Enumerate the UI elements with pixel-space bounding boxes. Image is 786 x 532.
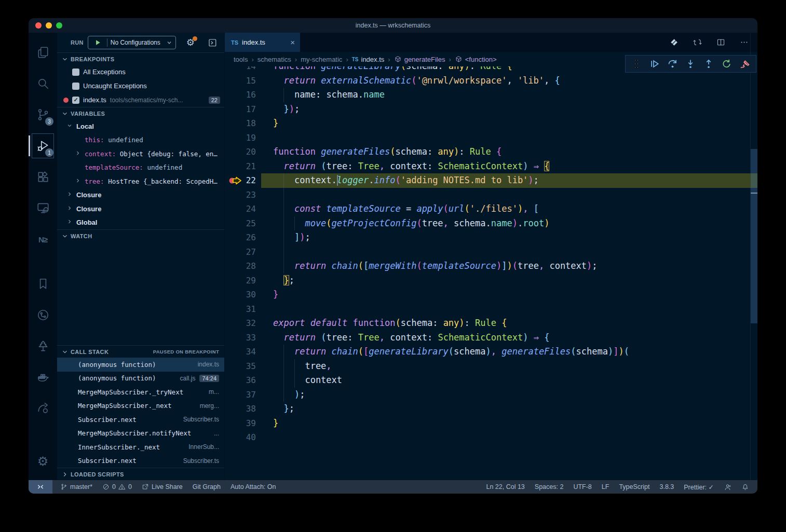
code-line-18[interactable]: 18}: [225, 116, 757, 131]
activity-item-extensions[interactable]: [29, 161, 57, 193]
activity-item-run-and-debug[interactable]: 1: [29, 130, 57, 161]
chevron-right-icon[interactable]: [74, 178, 82, 185]
code-line-34[interactable]: 34return chain([generateLibrary(schema),…: [225, 345, 757, 359]
chevron-right-icon[interactable]: [74, 150, 82, 158]
breakpoint-row[interactable]: ✓index.tstools/schematics/my-sch...22: [57, 93, 224, 107]
variable-row[interactable]: Global: [57, 216, 224, 230]
variable-row[interactable]: tree: HostTree {_backend: ScopedH…: [57, 174, 224, 188]
gutter[interactable]: 22: [225, 173, 261, 188]
status-item-problems[interactable]: 00: [102, 483, 132, 490]
code-line-37[interactable]: 37);: [225, 388, 757, 402]
split-editor-button[interactable]: [714, 36, 727, 49]
gutter[interactable]: 34: [225, 345, 261, 359]
zoom-window-button[interactable]: [56, 22, 62, 29]
chevron-right-icon[interactable]: [65, 219, 74, 226]
code-line-28[interactable]: 28return chain([mergeWith(templateSource…: [225, 259, 757, 274]
code-line-31[interactable]: 31: [225, 302, 757, 317]
gutter[interactable]: 14: [225, 66, 261, 74]
open-changes-button[interactable]: [668, 36, 680, 49]
variable-row[interactable]: this: undefined: [57, 133, 224, 147]
activity-item-remote-explorer[interactable]: [29, 193, 57, 224]
variables-section-header[interactable]: VARIABLES: [57, 107, 224, 119]
breadcrumb-item--function-[interactable]: <function>: [455, 56, 497, 63]
activity-item-nx-console[interactable]: N≥: [29, 224, 57, 255]
disconnect-button[interactable]: [738, 57, 752, 71]
breakpoint-checkbox[interactable]: ✓: [72, 97, 79, 104]
call-stack-frame[interactable]: MergeMapSubscriber.notifyNext...: [57, 427, 224, 441]
gutter[interactable]: 39: [225, 416, 261, 431]
code-line-23[interactable]: 23: [225, 188, 757, 202]
call-stack-frame[interactable]: MergeMapSubscriber._tryNextm...: [57, 385, 224, 399]
gutter[interactable]: 40: [225, 430, 261, 445]
call-stack-frame[interactable]: Subscriber.nextSubscriber.ts: [57, 454, 224, 468]
gutter[interactable]: 28: [225, 259, 261, 274]
open-debug-console-button[interactable]: [206, 36, 219, 49]
continue-button[interactable]: [647, 57, 662, 71]
chevron-right-icon[interactable]: [65, 191, 74, 199]
gutter[interactable]: 17: [225, 102, 261, 117]
code-line-20[interactable]: 20function generateFiles(schema: any): R…: [225, 145, 757, 159]
breadcrumb-item-index-ts[interactable]: TSindex.ts: [352, 56, 385, 63]
code-line-27[interactable]: 27: [225, 245, 757, 260]
code-line-16[interactable]: 16name: schema.name: [225, 88, 757, 102]
gutter[interactable]: 30: [225, 288, 261, 302]
gutter[interactable]: 31: [225, 302, 261, 317]
variable-row[interactable]: Closure: [57, 188, 224, 202]
launch-configuration-dropdown[interactable]: No Configurations: [88, 36, 176, 49]
call-stack-frame[interactable]: MergeMapSubscriber._nextmerg...: [57, 399, 224, 413]
gutter[interactable]: 32: [225, 316, 261, 331]
code-line-33[interactable]: 33return (tree: Tree, context: Schematic…: [225, 331, 757, 345]
breakpoints-section-header[interactable]: BREAKPOINTS: [57, 52, 224, 65]
gutter[interactable]: 26: [225, 230, 261, 245]
loaded-scripts-section-header[interactable]: LOADED SCRIPTS: [57, 468, 224, 480]
code-line-17[interactable]: 17});: [225, 102, 757, 117]
chevron-right-icon[interactable]: [65, 205, 74, 213]
variable-row[interactable]: templateSource: undefined: [57, 161, 224, 175]
gutter[interactable]: 29: [225, 274, 261, 288]
code-line-22[interactable]: 22context.logger.info('adding NOTES.md t…: [225, 173, 757, 188]
breakpoint-row[interactable]: All Exceptions: [57, 65, 224, 79]
gutter[interactable]: 37: [225, 388, 261, 402]
status-item-encoding[interactable]: UTF-8: [573, 483, 591, 490]
close-tab-icon[interactable]: ×: [290, 38, 295, 47]
close-window-button[interactable]: [35, 22, 42, 29]
gutter[interactable]: 15: [225, 74, 261, 88]
code-line-26[interactable]: 26]);: [225, 230, 757, 245]
call-stack-section-header[interactable]: CALL STACK PAUSED ON BREAKPOINT: [57, 345, 224, 358]
activity-item-settings[interactable]: ⚙: [29, 446, 57, 477]
breakpoint-checkbox[interactable]: [72, 69, 79, 76]
variable-row[interactable]: Closure: [57, 202, 224, 216]
activity-item-test-explorer[interactable]: [29, 331, 57, 362]
scrollbar[interactable]: [750, 33, 757, 480]
status-item-ts-version[interactable]: 3.8.3: [659, 483, 674, 490]
gutter[interactable]: 18: [225, 116, 261, 131]
code-line-19[interactable]: 19: [225, 131, 757, 145]
step-out-button[interactable]: [701, 57, 716, 71]
code-line-21[interactable]: 21return (tree: Tree, context: Schematic…: [225, 159, 757, 174]
status-item-git-graph[interactable]: Git Graph: [193, 483, 221, 490]
tab-index-ts[interactable]: TS index.ts ×: [225, 33, 300, 52]
minimize-window-button[interactable]: [46, 22, 52, 29]
remote-indicator[interactable]: [29, 480, 52, 494]
breadcrumb-item-tools[interactable]: tools: [234, 56, 248, 63]
status-item-prettier[interactable]: Prettier: ✓: [684, 483, 714, 491]
gutter[interactable]: 25: [225, 216, 261, 231]
code-line-15[interactable]: 15return externalSchematic('@nrwl/worksp…: [225, 74, 757, 88]
chevron-down-icon[interactable]: [65, 122, 74, 130]
activity-item-explorer[interactable]: [29, 37, 57, 68]
status-item-eol[interactable]: LF: [602, 483, 609, 490]
breakpoint-row[interactable]: Uncaught Exceptions: [57, 79, 224, 93]
gutter[interactable]: 21: [225, 159, 261, 174]
code-viewport[interactable]: 14function generateLibrary(schema: any):…: [225, 66, 757, 480]
status-item-auto-attach[interactable]: Auto Attach: On: [231, 483, 276, 490]
call-stack-frame[interactable]: (anonymous function)call.js74:24: [57, 372, 224, 386]
step-into-button[interactable]: [683, 57, 698, 71]
status-item-live-share[interactable]: Live Share: [142, 483, 183, 490]
code-line-25[interactable]: 25move(getProjectConfig(tree, schema.nam…: [225, 216, 757, 231]
debug-settings-button[interactable]: ⚙: [184, 36, 197, 49]
activity-item-source-control[interactable]: 3: [29, 99, 57, 130]
scrollbar-slider[interactable]: [751, 149, 757, 323]
watch-section-header[interactable]: WATCH: [57, 229, 224, 242]
gutter[interactable]: 33: [225, 331, 261, 345]
code-line-24[interactable]: 24const templateSource = apply(url('./fi…: [225, 202, 757, 216]
